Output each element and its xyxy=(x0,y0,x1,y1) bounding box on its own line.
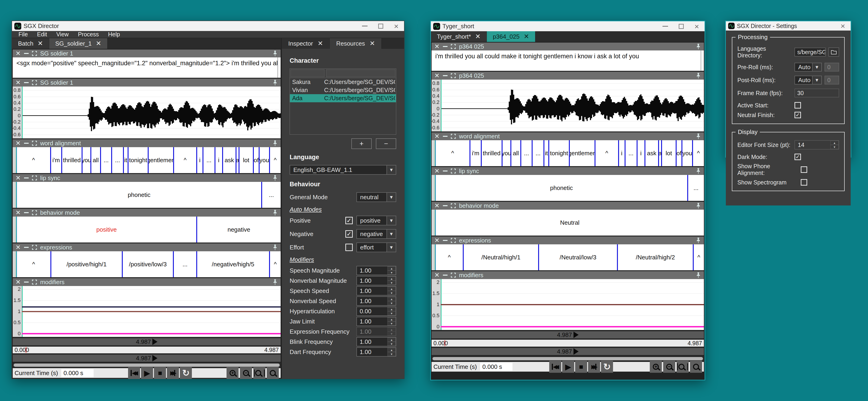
menu-item[interactable]: Process xyxy=(73,31,103,38)
titlebar[interactable]: SGX Director - Settings × xyxy=(726,21,851,31)
word-segment[interactable]: tonight xyxy=(128,147,148,173)
current-time-field[interactable]: 0.000 s xyxy=(480,363,513,371)
spin-up-icon[interactable]: ▴ xyxy=(388,327,396,332)
expression-segment[interactable]: /Neutral/high/2 xyxy=(617,245,693,270)
scrollbar[interactable] xyxy=(701,51,704,71)
frame-rate-field[interactable]: 30 xyxy=(795,89,839,97)
zoom-selection-button[interactable] xyxy=(253,367,266,379)
chevron-down-icon[interactable]: ▼ xyxy=(386,216,396,225)
word-segment[interactable]: all xyxy=(90,147,100,173)
expression-segment[interactable]: /Neutral/low/3 xyxy=(538,245,617,270)
expressions-tier[interactable]: ^/positive/high/1/positive/low/3.../nega… xyxy=(16,251,281,277)
play-button[interactable]: ▶ xyxy=(141,367,153,379)
loop-button[interactable]: ↻ xyxy=(180,367,192,379)
word-segment[interactable]: i'm xyxy=(50,147,61,173)
pre-roll-mode-select[interactable]: Auto▼ xyxy=(795,63,822,71)
zoom-fit-button[interactable] xyxy=(267,367,279,379)
modifiers-plot[interactable] xyxy=(441,279,704,330)
word-segment[interactable]: ... xyxy=(520,140,532,166)
auto-mode-checkbox[interactable]: ✓ xyxy=(345,230,353,238)
word-tier[interactable]: ^i'mthrilledyouall......ittonightgentlem… xyxy=(16,147,281,173)
panel-minimize-icon[interactable] xyxy=(24,282,29,283)
panel-close-icon[interactable]: ✕ xyxy=(16,210,21,216)
add-character-button[interactable]: + xyxy=(351,138,372,149)
modifier-curve[interactable] xyxy=(22,333,281,334)
document-tab[interactable]: Tyger_short*✕ xyxy=(431,31,487,42)
panel-expand-icon[interactable] xyxy=(451,44,456,49)
word-segment[interactable]: you xyxy=(681,140,692,166)
word-segment[interactable]: ^ xyxy=(692,140,704,166)
modifier-curve[interactable] xyxy=(441,304,704,305)
titlebar[interactable]: Tyger_short × xyxy=(431,21,705,31)
word-segment[interactable]: i xyxy=(618,140,625,166)
spin-up-icon[interactable]: ▴ xyxy=(388,317,396,321)
panel-expand-icon[interactable] xyxy=(32,80,37,85)
timeline-bar-top[interactable]: 4.987 xyxy=(432,331,704,339)
scrollbar-thumb[interactable] xyxy=(433,357,703,360)
spin-down-icon[interactable]: ▾ xyxy=(388,291,396,295)
expression-segment[interactable]: /positive/high/1 xyxy=(51,251,122,277)
zoom-selection-button[interactable] xyxy=(677,361,689,373)
show-spectrogram-checkbox[interactable]: ✓ xyxy=(801,179,807,185)
behavior-segment[interactable]: negative xyxy=(196,217,281,242)
word-segment[interactable]: you xyxy=(259,147,269,173)
horizontal-scrollbar[interactable] xyxy=(432,356,704,361)
panel-expand-icon[interactable] xyxy=(32,51,37,56)
skip-start-button[interactable]: ◀◀ xyxy=(128,367,140,379)
chevron-down-icon[interactable]: ▼ xyxy=(386,193,396,202)
panel-close-icon[interactable]: ✕ xyxy=(16,140,21,146)
text-editor[interactable]: i'm thrilled you all could make it tonig… xyxy=(432,51,704,71)
panel-minimize-icon[interactable] xyxy=(24,82,29,83)
behavior-segment[interactable]: positive xyxy=(16,217,196,242)
panel-close-icon[interactable]: ✕ xyxy=(16,80,21,86)
word-segment[interactable]: of xyxy=(253,147,259,173)
panel-close-icon[interactable]: ✕ xyxy=(434,73,440,79)
playhead[interactable] xyxy=(16,251,17,277)
chevron-down-icon[interactable]: ▼ xyxy=(386,230,396,238)
inspector-tab[interactable]: Inspector✕ xyxy=(282,38,330,49)
auto-mode-checkbox[interactable]: ✓ xyxy=(345,217,353,224)
spin-up-icon[interactable]: ▴ xyxy=(388,277,396,281)
chevron-down-icon[interactable]: ▼ xyxy=(386,243,396,252)
tab-close-icon[interactable]: ✕ xyxy=(96,40,101,47)
modifier-curve[interactable] xyxy=(441,326,704,327)
skip-end-button[interactable]: ▶▶ xyxy=(167,367,179,379)
auto-mode-select[interactable]: negative▼ xyxy=(356,229,396,239)
pin-icon[interactable] xyxy=(272,80,278,86)
word-segment[interactable]: ^ xyxy=(435,140,469,166)
panel-minimize-icon[interactable] xyxy=(443,240,447,241)
maximize-icon[interactable] xyxy=(378,24,383,29)
spin-up-icon[interactable]: ▴ xyxy=(388,297,396,301)
panel-expand-icon[interactable] xyxy=(451,238,456,243)
skip-start-button[interactable]: ◀◀ xyxy=(549,361,561,373)
panel-expand-icon[interactable] xyxy=(32,141,37,146)
modifier-curve[interactable] xyxy=(22,306,281,308)
tab-close-icon[interactable]: ✕ xyxy=(370,40,375,47)
zoom-fit-button[interactable] xyxy=(690,361,702,373)
panel-expand-icon[interactable] xyxy=(32,280,37,285)
word-segment[interactable]: ^ xyxy=(594,140,618,166)
auto-mode-select[interactable]: effort▼ xyxy=(356,242,396,252)
time-range-row[interactable]: 0.0004.987 xyxy=(13,347,281,353)
character-row[interactable]: AdaC:/Users/berge/SG_DEV/SG_Characte... xyxy=(290,94,396,102)
panel-minimize-icon[interactable] xyxy=(443,205,447,206)
panel-close-icon[interactable]: ✕ xyxy=(434,272,440,278)
zoom-out-button[interactable]: − xyxy=(240,367,252,379)
chevron-down-icon[interactable]: ▼ xyxy=(812,63,821,71)
lip-sync-segment[interactable]: phonetic xyxy=(435,175,687,201)
pin-icon[interactable] xyxy=(272,51,278,56)
word-segment[interactable]: ... xyxy=(532,140,544,166)
waveform-plot[interactable] xyxy=(22,87,281,138)
pin-icon[interactable] xyxy=(272,245,278,250)
zoom-out-button[interactable]: − xyxy=(663,361,675,373)
word-segment[interactable]: thrilled xyxy=(61,147,82,173)
word-segment[interactable]: ... xyxy=(203,147,215,173)
word-segment[interactable]: you xyxy=(82,147,90,173)
spin-down-icon[interactable]: ▾ xyxy=(388,270,396,275)
modifier-curve[interactable] xyxy=(22,311,281,312)
panel-minimize-icon[interactable] xyxy=(24,53,29,54)
pin-icon[interactable] xyxy=(272,210,278,216)
panel-close-icon[interactable]: ✕ xyxy=(434,237,440,244)
word-segment[interactable]: i xyxy=(637,140,645,166)
behavior-segment[interactable]: Neutral xyxy=(435,210,704,235)
